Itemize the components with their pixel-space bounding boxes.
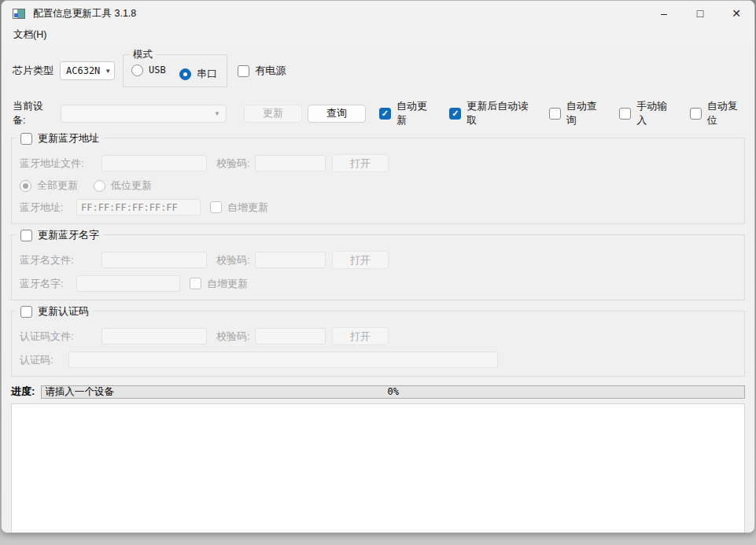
progress-label: 进度: [11,385,35,399]
app-icon [13,9,25,19]
checkbox-box [238,65,249,77]
checkbox-auto-reset[interactable]: 自动复位 [690,99,745,127]
auth-code-value-row: 认证码: [20,352,736,368]
radio-dot [20,180,31,192]
bt-name-group: 更新蓝牙名字 蓝牙名文件: 校验码: 打开 蓝牙名字: 自增更新 [11,234,745,300]
bt-address-open-button[interactable]: 打开 [332,154,389,172]
checkbox-box [20,133,32,145]
checkbox-box [210,201,222,213]
main-content: 芯片类型 AC632N ▼ 模式 USB 串口 有电源 [2,50,754,533]
bt-name-file-label: 蓝牙名文件: [20,253,74,267]
checkbox-box [449,108,461,120]
checkbox-update-bt-address[interactable]: 更新蓝牙地址 [17,131,103,145]
bt-address-file-row: 蓝牙地址文件: 校验码: 打开 [20,154,736,172]
checkbox-box [20,230,32,241]
device-row: 当前设备: ▼ 更新 查询 自动更新 更新后自动读取 自动查询 [13,99,745,127]
auth-code-input[interactable] [68,352,498,368]
current-device-label: 当前设备: [13,99,54,127]
app-window: 配置信息更新工具 3.1.8 – □ ✕ 文档(H) 芯片类型 AC632N ▼… [1,0,755,533]
auth-code-label: 认证码: [20,353,68,367]
checksum-label: 校验码: [216,253,250,267]
window-controls: – □ ✕ [646,1,754,26]
radio-serial[interactable]: 串口 [179,67,217,81]
bt-address-input[interactable]: FF:FF:FF:FF:FF:FF [76,199,201,215]
bt-address-group: 更新蓝牙地址 蓝牙地址文件: 校验码: 打开 全部更新 低位更新 [11,138,745,224]
radio-update-low[interactable]: 低位更新 [94,179,152,193]
close-button[interactable]: ✕ [718,1,754,26]
bt-address-value-row: 蓝牙地址: FF:FF:FF:FF:FF:FF 自增更新 [20,199,736,215]
checkbox-box [379,108,391,120]
radio-dot [131,64,143,76]
current-device-select[interactable]: ▼ [61,105,227,123]
progress-row: 进度: 请插入一个设备 0% [11,385,745,399]
bt-name-label: 蓝牙名字: [20,277,76,291]
bt-address-checksum-input[interactable] [255,155,326,171]
chip-type-value: AC632N [66,65,100,76]
bt-name-input[interactable] [76,275,180,292]
chip-row: 芯片类型 AC632N ▼ 模式 USB 串口 有电源 [13,50,745,91]
chevron-down-icon: ▼ [214,110,220,117]
menu-item-document[interactable]: 文档(H) [8,27,52,43]
checkbox-update-auth-code[interactable]: 更新认证码 [17,304,93,319]
window-title: 配置信息更新工具 3.1.8 [33,7,136,20]
bt-name-value-row: 蓝牙名字: 自增更新 [20,275,736,292]
checkbox-box [190,278,201,289]
checkbox-box [20,306,32,318]
checkbox-bt-name-auto-increment[interactable]: 自增更新 [190,277,248,291]
log-output[interactable] [11,403,745,533]
checkbox-auto-read-after-update[interactable]: 更新后自动读取 [449,99,533,127]
checkbox-auto-update[interactable]: 自动更新 [379,99,434,127]
auth-code-file-input[interactable] [101,328,207,344]
chip-type-label: 芯片类型 [13,64,53,78]
update-button[interactable]: 更新 [244,105,302,123]
bt-name-checksum-input[interactable] [255,252,326,268]
checkbox-auto-query[interactable]: 自动查询 [549,99,604,127]
checkbox-has-power[interactable]: 有电源 [238,64,286,78]
bt-address-file-input[interactable] [101,155,207,171]
bt-address-file-label: 蓝牙地址文件: [20,157,84,171]
option-checkboxes: 自动更新 更新后自动读取 自动查询 手动输入 自动复位 [379,99,745,127]
radio-dot [179,68,191,80]
checksum-label: 校验码: [216,157,250,171]
checkbox-box [549,108,561,120]
auth-code-checksum-input[interactable] [255,328,326,344]
auth-code-group: 更新认证码 认证码文件: 校验码: 打开 认证码: [11,311,745,377]
progress-bar: 请插入一个设备 0% [41,385,745,399]
checkbox-manual-input[interactable]: 手动输入 [619,99,674,127]
radio-update-all[interactable]: 全部更新 [20,179,78,193]
bt-name-file-input[interactable] [101,252,207,268]
bt-name-open-button[interactable]: 打开 [332,251,389,269]
chevron-down-icon: ▼ [105,68,111,75]
mode-groupbox: 模式 USB 串口 [123,54,227,88]
bt-address-scope-row: 全部更新 低位更新 [20,179,736,193]
checkbox-update-bt-name[interactable]: 更新蓝牙名字 [17,228,103,242]
mode-group-title: 模式 [130,48,156,61]
auth-code-file-row: 认证码文件: 校验码: 打开 [20,327,736,345]
menu-bar: 文档(H) [2,26,754,44]
radio-dot [94,180,105,192]
query-button[interactable]: 查询 [308,105,366,123]
radio-usb[interactable]: USB [131,64,166,76]
title-bar: 配置信息更新工具 3.1.8 – □ ✕ [2,1,754,26]
bt-name-file-row: 蓝牙名文件: 校验码: 打开 [20,251,736,269]
auth-code-open-button[interactable]: 打开 [332,327,389,345]
bt-address-label: 蓝牙地址: [20,201,76,215]
maximize-button[interactable]: □ [682,1,718,26]
minimize-button[interactable]: – [646,1,682,26]
chip-type-select[interactable]: AC632N ▼ [60,61,115,80]
checkbox-bt-address-auto-increment[interactable]: 自增更新 [210,201,268,215]
checkbox-box [690,108,702,120]
checksum-label: 校验码: [216,330,250,344]
progress-percent: 0% [42,386,744,397]
auth-code-file-label: 认证码文件: [20,330,74,344]
checkbox-box [619,108,631,120]
